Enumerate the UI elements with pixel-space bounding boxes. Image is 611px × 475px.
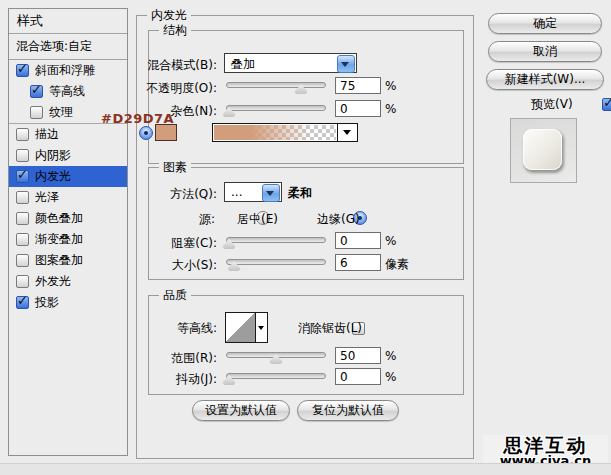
sidebar-item-label: 图案叠加 bbox=[35, 252, 83, 269]
choke-unit: % bbox=[385, 234, 396, 248]
checkbox-bevel-emboss[interactable] bbox=[16, 64, 29, 77]
choke-label: 阻塞(C): bbox=[150, 235, 217, 252]
hex-annotation: #D29D7A bbox=[101, 111, 174, 126]
checkbox-outer-glow[interactable] bbox=[16, 275, 29, 288]
checkbox-pattern-overlay[interactable] bbox=[16, 254, 29, 267]
technique-select[interactable]: ... bbox=[224, 182, 282, 202]
styles-sidebar: 样式 混合选项:自定斜面和浮雕等高线纹理描边内阴影内发光光泽颜色叠加渐变叠加图案… bbox=[8, 8, 128, 456]
elements-legend: 图素 bbox=[159, 159, 191, 176]
gradient-preview bbox=[214, 125, 336, 140]
color-mode-radio[interactable] bbox=[139, 126, 153, 140]
size-input[interactable] bbox=[335, 254, 381, 271]
chevron-down-icon[interactable] bbox=[256, 312, 268, 343]
source-label: 源: bbox=[180, 211, 215, 228]
quality-legend: 品质 bbox=[159, 287, 191, 304]
checkbox-stroke[interactable] bbox=[16, 128, 29, 141]
window-bottom-edge bbox=[0, 463, 611, 475]
size-slider[interactable] bbox=[226, 256, 326, 272]
chevron-down-icon[interactable] bbox=[337, 124, 357, 141]
reset-default-button[interactable]: 复位为默认值 bbox=[297, 400, 399, 421]
size-label: 大小(S): bbox=[150, 257, 217, 274]
preview-checkbox[interactable] bbox=[602, 98, 611, 111]
opacity-slider[interactable] bbox=[226, 79, 326, 95]
glow-color-swatch[interactable] bbox=[155, 124, 177, 141]
size-unit: 像素 bbox=[385, 256, 409, 273]
checkbox-texture[interactable] bbox=[30, 106, 43, 119]
set-default-button[interactable]: 设置为默认值 bbox=[192, 400, 290, 421]
sidebar-item-color-overlay[interactable]: 颜色叠加 bbox=[9, 208, 127, 229]
jitter-label: 抖动(J): bbox=[150, 371, 217, 388]
range-slider[interactable] bbox=[226, 349, 326, 365]
slider-track[interactable] bbox=[226, 259, 326, 265]
choke-slider[interactable] bbox=[226, 234, 326, 250]
blend-mode-value: 叠加 bbox=[231, 56, 255, 73]
noise-unit: % bbox=[385, 102, 396, 116]
sidebar-item-label: 内阴影 bbox=[35, 147, 71, 164]
sidebar-item-pattern-overlay[interactable]: 图案叠加 bbox=[9, 250, 127, 271]
sidebar-item-label: 斜面和浮雕 bbox=[35, 62, 95, 79]
slider-track[interactable] bbox=[226, 237, 326, 243]
opacity-input[interactable] bbox=[335, 77, 381, 94]
checkbox-inner-shadow[interactable] bbox=[16, 149, 29, 162]
sidebar-item-bevel-emboss[interactable]: 斜面和浮雕 bbox=[9, 60, 127, 81]
sidebar-item-label: 描边 bbox=[35, 126, 59, 143]
checkbox-contour[interactable] bbox=[30, 85, 43, 98]
structure-group: 结构 bbox=[148, 30, 464, 164]
antialias-label[interactable]: 消除锯齿(L) bbox=[298, 320, 362, 337]
noise-input[interactable] bbox=[335, 100, 381, 117]
contour-label: 等高线: bbox=[150, 320, 217, 337]
sidebar-item-label: 投影 bbox=[35, 294, 59, 311]
layer-style-dialog: 样式 混合选项:自定斜面和浮雕等高线纹理描边内阴影内发光光泽颜色叠加渐变叠加图案… bbox=[0, 0, 611, 475]
jitter-slider[interactable] bbox=[226, 370, 326, 386]
sidebar-item-satin[interactable]: 光泽 bbox=[9, 187, 127, 208]
preview-style-sample bbox=[523, 129, 562, 170]
choke-input[interactable] bbox=[335, 232, 381, 249]
technique-label: 方法(Q): bbox=[150, 186, 217, 203]
gradient-picker[interactable] bbox=[212, 123, 358, 142]
preview-thumbnail bbox=[510, 118, 577, 183]
sidebar-item-label: 等高线 bbox=[49, 83, 85, 100]
range-input[interactable] bbox=[335, 347, 381, 364]
sidebar-item-label: 内发光 bbox=[35, 168, 71, 185]
sidebar-item-inner-shadow[interactable]: 内阴影 bbox=[9, 145, 127, 166]
sidebar-item-label: 混合选项:自定 bbox=[16, 38, 92, 55]
slider-track[interactable] bbox=[226, 373, 326, 379]
sidebar-list: 混合选项:自定斜面和浮雕等高线纹理描边内阴影内发光光泽颜色叠加渐变叠加图案叠加外… bbox=[9, 34, 127, 313]
styles-header: 样式 bbox=[9, 9, 127, 34]
checkbox-drop-shadow[interactable] bbox=[16, 296, 29, 309]
checkbox-satin[interactable] bbox=[16, 191, 29, 204]
technique-hint: 柔和 bbox=[288, 185, 312, 202]
slider-track[interactable] bbox=[226, 105, 326, 111]
jitter-unit: % bbox=[385, 370, 396, 384]
source-edge-label[interactable]: 边缘(G) bbox=[317, 211, 360, 228]
sidebar-item-gradient-overlay[interactable]: 渐变叠加 bbox=[9, 229, 127, 250]
sidebar-item-drop-shadow[interactable]: 投影 bbox=[9, 292, 127, 313]
checkbox-color-overlay[interactable] bbox=[16, 212, 29, 225]
sidebar-item-label: 外发光 bbox=[35, 273, 71, 290]
checkbox-inner-glow[interactable] bbox=[16, 170, 29, 183]
slider-track[interactable] bbox=[226, 82, 326, 88]
checkbox-gradient-overlay[interactable] bbox=[16, 233, 29, 246]
ok-button[interactable]: 确定 bbox=[488, 13, 602, 34]
sidebar-item-inner-glow[interactable]: 内发光 bbox=[9, 166, 127, 187]
opacity-label: 不透明度(O): bbox=[120, 80, 217, 97]
chevron-down-icon[interactable] bbox=[337, 55, 355, 73]
sidebar-item-label: 光泽 bbox=[35, 189, 59, 206]
new-style-button[interactable]: 新建样式(W)... bbox=[486, 69, 604, 90]
noise-slider[interactable] bbox=[226, 102, 326, 118]
source-center-label[interactable]: 居中(E) bbox=[237, 211, 278, 228]
sidebar-item-stroke[interactable]: 描边 bbox=[9, 124, 127, 145]
cancel-button[interactable]: 取消 bbox=[488, 41, 602, 62]
blend-mode-label: 混合模式(B): bbox=[130, 57, 217, 74]
blend-mode-select[interactable]: 叠加 bbox=[224, 53, 357, 73]
technique-value: ... bbox=[231, 185, 242, 199]
sidebar-item-label: 纹理 bbox=[49, 104, 73, 121]
range-label: 范围(R): bbox=[150, 350, 217, 367]
sidebar-item-blend-options[interactable]: 混合选项:自定 bbox=[9, 34, 127, 60]
sidebar-item-contour[interactable]: 等高线 bbox=[9, 81, 127, 102]
contour-picker[interactable] bbox=[225, 312, 256, 343]
preview-label[interactable]: 预览(V) bbox=[531, 96, 573, 113]
chevron-down-icon[interactable] bbox=[262, 184, 280, 202]
jitter-input[interactable] bbox=[335, 368, 381, 385]
sidebar-item-outer-glow[interactable]: 外发光 bbox=[9, 271, 127, 292]
